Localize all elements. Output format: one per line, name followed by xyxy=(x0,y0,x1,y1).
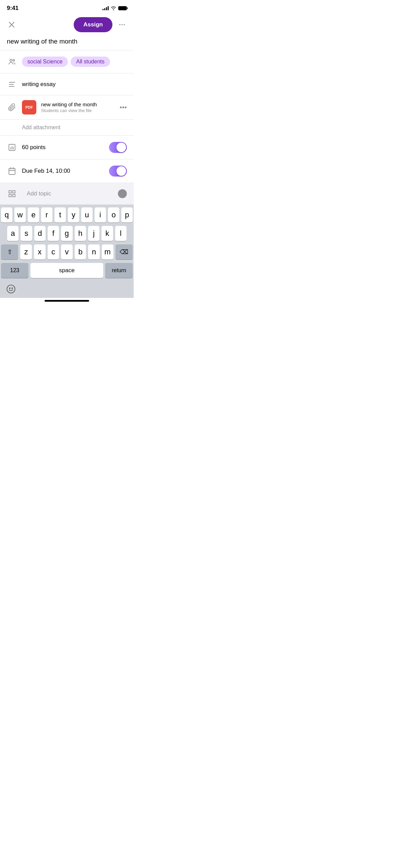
attachment-more-button[interactable]: ••• xyxy=(120,104,127,111)
class-chip[interactable]: social Science xyxy=(22,57,68,67)
add-attachment-label[interactable]: Add attachment xyxy=(22,124,60,131)
svg-point-22 xyxy=(7,285,15,293)
keyboard-toolbar xyxy=(0,281,134,298)
assign-to-row: social Science All students xyxy=(0,50,134,73)
return-key[interactable]: return xyxy=(105,263,133,278)
key-u[interactable]: u xyxy=(81,207,93,222)
key-p[interactable]: p xyxy=(121,207,133,222)
numbers-key[interactable]: 123 xyxy=(1,263,28,278)
home-bar xyxy=(0,298,134,303)
attachment-section: PDF new writing of the month Students ca… xyxy=(0,95,134,136)
topic-icon xyxy=(7,190,17,198)
key-b[interactable]: b xyxy=(75,244,86,260)
key-d[interactable]: d xyxy=(34,226,46,241)
keyboard-row-2: a s d f g h j k l xyxy=(1,226,133,241)
topic-dot xyxy=(118,189,127,198)
svg-rect-14 xyxy=(9,168,15,174)
key-v[interactable]: v xyxy=(61,244,73,260)
svg-point-4 xyxy=(124,24,125,25)
students-chip[interactable]: All students xyxy=(71,57,110,67)
points-label: 60 points xyxy=(22,144,109,151)
shift-key[interactable]: ⇧ xyxy=(1,244,18,260)
key-w[interactable]: w xyxy=(14,207,26,222)
top-nav: Assign xyxy=(0,14,134,35)
status-time: 9:41 xyxy=(7,5,19,12)
space-key[interactable]: space xyxy=(31,263,104,278)
wifi-icon xyxy=(111,6,116,10)
assignment-title-area: new writing of the month xyxy=(0,35,134,50)
keyboard-bottom-row: 123 space return xyxy=(1,263,133,278)
key-z[interactable]: z xyxy=(20,244,32,260)
attachment-name: new writing of the month xyxy=(41,101,115,107)
key-l[interactable]: l xyxy=(115,226,126,241)
paperclip-icon xyxy=(7,103,17,111)
keyboard-row-1: q w e r t y u i o p xyxy=(1,207,133,222)
svg-point-24 xyxy=(12,288,12,289)
key-h[interactable]: h xyxy=(75,226,86,241)
svg-rect-19 xyxy=(13,191,15,193)
key-q[interactable]: q xyxy=(1,207,12,222)
attachment-info: new writing of the month Students can vi… xyxy=(41,101,115,113)
add-topic-label: Add topic xyxy=(27,190,113,197)
pdf-thumbnail: PDF xyxy=(22,100,36,114)
key-s[interactable]: s xyxy=(21,226,32,241)
svg-rect-18 xyxy=(9,191,11,193)
people-icon xyxy=(7,58,17,66)
add-attachment-row[interactable]: Add attachment xyxy=(0,119,134,135)
key-n[interactable]: n xyxy=(88,244,100,260)
svg-rect-21 xyxy=(13,194,15,197)
svg-point-3 xyxy=(121,24,123,25)
description-icon xyxy=(7,80,17,88)
key-k[interactable]: k xyxy=(101,226,113,241)
key-r[interactable]: r xyxy=(41,207,52,222)
toggle-knob xyxy=(117,143,126,152)
add-topic-row[interactable]: Add topic xyxy=(0,183,134,205)
status-icons xyxy=(102,6,127,10)
key-x[interactable]: x xyxy=(34,244,46,260)
signal-icon xyxy=(102,6,109,10)
key-o[interactable]: o xyxy=(108,207,119,222)
svg-point-5 xyxy=(10,59,12,61)
keyboard-row-3: ⇧ z x c v b n m ⌫ xyxy=(1,244,133,260)
key-t[interactable]: t xyxy=(54,207,66,222)
key-m[interactable]: m xyxy=(102,244,113,260)
assign-to-content: social Science All students xyxy=(22,57,127,67)
assignment-title: new writing of the month xyxy=(7,38,77,45)
due-toggle-knob xyxy=(117,166,126,176)
close-button[interactable] xyxy=(5,19,18,31)
chart-icon xyxy=(7,143,17,152)
key-f[interactable]: f xyxy=(48,226,59,241)
status-bar: 9:41 xyxy=(0,0,134,14)
svg-point-6 xyxy=(13,60,15,61)
battery-icon xyxy=(118,6,127,10)
attachment-item: PDF new writing of the month Students ca… xyxy=(0,95,134,119)
attachment-subtitle: Students can view the file xyxy=(41,108,115,113)
calendar-icon xyxy=(7,167,17,175)
key-a[interactable]: a xyxy=(7,226,19,241)
due-date-toggle[interactable] xyxy=(109,166,127,177)
description-row xyxy=(0,73,134,95)
emoji-button[interactable] xyxy=(4,282,18,296)
home-indicator xyxy=(45,300,89,302)
due-date-row: Due Feb 14, 10:00 xyxy=(0,159,134,183)
key-y[interactable]: y xyxy=(68,207,79,222)
keyboard: q w e r t y u i o p a s d f g h j k l ⇧ … xyxy=(0,205,134,281)
svg-point-2 xyxy=(119,24,121,25)
due-date-label: Due Feb 14, 10:00 xyxy=(22,168,109,174)
assign-button[interactable]: Assign xyxy=(74,17,112,32)
key-g[interactable]: g xyxy=(61,226,72,241)
delete-key[interactable]: ⌫ xyxy=(116,244,133,260)
svg-rect-20 xyxy=(9,194,11,197)
points-row: 60 points xyxy=(0,136,134,159)
svg-point-23 xyxy=(9,288,10,289)
description-input[interactable] xyxy=(22,81,127,88)
key-i[interactable]: i xyxy=(95,207,106,222)
key-e[interactable]: e xyxy=(28,207,39,222)
nav-right: Assign xyxy=(74,17,128,32)
key-j[interactable]: j xyxy=(88,226,99,241)
more-options-button[interactable] xyxy=(116,19,128,31)
key-c[interactable]: c xyxy=(48,244,59,260)
points-toggle[interactable] xyxy=(109,142,127,153)
